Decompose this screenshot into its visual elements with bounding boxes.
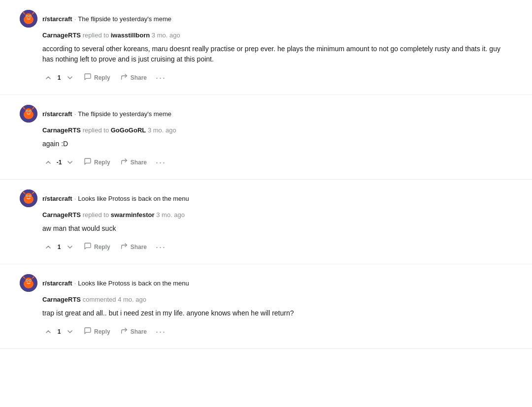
subreddit-info: r/starcraft · Looks like Protoss is back…: [42, 280, 189, 287]
subreddit-info: r/starcraft · The flipside to yesterday'…: [42, 15, 171, 23]
svg-point-41: [23, 277, 25, 278]
downvote-button[interactable]: [64, 72, 76, 84]
reply-label: Reply: [94, 74, 110, 81]
comment-body: again :D: [20, 139, 512, 149]
post-title[interactable]: Looks like Protoss is back on the menu: [78, 195, 189, 202]
replied-text: replied to: [83, 31, 111, 39]
share-button[interactable]: Share: [116, 324, 151, 339]
commented-text: commented: [83, 296, 118, 303]
post-title[interactable]: The flipside to yesterday's meme: [78, 15, 171, 23]
share-button[interactable]: Share: [116, 155, 151, 169]
comment-username: CarnageRTS: [42, 296, 81, 303]
reply-button[interactable]: Reply: [80, 70, 114, 85]
comment-username: CarnageRTS: [42, 211, 81, 219]
post-title[interactable]: Looks like Protoss is back on the menu: [78, 280, 189, 287]
comment-timestamp: 3 mo. ago: [152, 31, 180, 39]
replied-to-username: GoGoGoRL: [111, 126, 146, 134]
svg-point-43: [33, 277, 34, 278]
downvote-button[interactable]: [64, 326, 76, 338]
avatar: [20, 105, 37, 123]
vote-count: 1: [55, 244, 63, 250]
share-label: Share: [131, 74, 147, 81]
subreddit-name[interactable]: r/starcraft: [42, 15, 72, 23]
dots-icon: ···: [156, 73, 166, 83]
more-options-button[interactable]: ···: [153, 325, 169, 338]
comment-meta: CarnageRTS replied to swarminfestor 3 mo…: [20, 211, 512, 219]
share-icon: [120, 327, 128, 336]
upvote-button[interactable]: [42, 157, 54, 168]
comment-icon: [84, 157, 92, 167]
comment-icon: [84, 242, 92, 251]
dot-separator: ·: [74, 15, 76, 23]
reply-button[interactable]: Reply: [80, 324, 114, 339]
reply-label: Reply: [94, 159, 110, 166]
dots-icon: ···: [156, 327, 166, 337]
svg-point-8: [23, 12, 25, 14]
svg-point-32: [33, 192, 34, 193]
svg-point-30: [23, 192, 25, 193]
share-label: Share: [131, 328, 147, 335]
comment-item-4: r/starcraft · Looks like Protoss is back…: [0, 264, 532, 349]
subreddit-name[interactable]: r/starcraft: [42, 195, 72, 202]
comment-username: CarnageRTS: [42, 31, 81, 39]
replied-to-username: iwasstillborn: [111, 31, 150, 39]
avatar: [20, 10, 37, 28]
comment-timestamp: 3 mo. ago: [148, 126, 176, 134]
post-title[interactable]: The flipside to yesterday's meme: [78, 110, 171, 118]
svg-point-19: [23, 107, 25, 109]
downvote-button[interactable]: [64, 157, 76, 168]
svg-point-6: [30, 16, 31, 17]
svg-point-5: [27, 16, 28, 17]
comment-timestamp: 4 mo. ago: [118, 296, 146, 303]
comment-actions: 1 Reply Share ···: [20, 324, 512, 339]
comment-actions: -1 Reply Share ···: [20, 155, 512, 169]
svg-point-27: [27, 195, 28, 196]
share-label: Share: [131, 159, 147, 166]
upvote-button[interactable]: [42, 241, 54, 253]
downvote-button[interactable]: [64, 241, 76, 253]
svg-point-28: [30, 195, 31, 196]
svg-point-21: [33, 107, 34, 109]
subreddit-info: r/starcraft · The flipside to yesterday'…: [42, 110, 171, 118]
reply-button[interactable]: Reply: [80, 240, 114, 254]
comment-meta: CarnageRTS replied to iwasstillborn 3 mo…: [20, 31, 512, 39]
reply-button[interactable]: Reply: [80, 155, 114, 169]
comment-header: r/starcraft · The flipside to yesterday'…: [20, 10, 512, 28]
vote-group: 1: [42, 72, 76, 84]
subreddit-name[interactable]: r/starcraft: [42, 280, 72, 287]
svg-point-16: [27, 111, 28, 112]
share-label: Share: [131, 244, 147, 250]
comment-item-3: r/starcraft · Looks like Protoss is back…: [0, 180, 532, 264]
reply-label: Reply: [94, 328, 110, 335]
avatar: [20, 274, 37, 292]
comment-actions: 1 Reply Share ···: [20, 70, 512, 85]
subreddit-name[interactable]: r/starcraft: [42, 110, 72, 118]
more-options-button[interactable]: ···: [153, 241, 169, 253]
comment-body: aw man that would suck: [20, 223, 512, 234]
upvote-button[interactable]: [42, 326, 54, 338]
share-button[interactable]: Share: [116, 240, 151, 254]
svg-point-10: [33, 12, 34, 14]
replied-to-username: swarminfestor: [111, 211, 155, 219]
dot-separator: ·: [74, 280, 76, 287]
share-button[interactable]: Share: [116, 70, 151, 85]
comment-header: r/starcraft · Looks like Protoss is back…: [20, 189, 512, 207]
more-options-button[interactable]: ···: [153, 71, 169, 84]
comment-body: trap ist great and all.. but i need zest…: [20, 308, 512, 318]
vote-count: -1: [55, 159, 63, 166]
comment-actions: 1 Reply Share ···: [20, 240, 512, 254]
more-options-button[interactable]: ···: [153, 156, 169, 169]
comment-item-1: r/starcraft · The flipside to yesterday'…: [0, 0, 532, 95]
comment-item-2: r/starcraft · The flipside to yesterday'…: [0, 95, 532, 180]
upvote-button[interactable]: [42, 72, 54, 84]
comment-header: r/starcraft · The flipside to yesterday'…: [20, 105, 512, 123]
comment-meta: CarnageRTS replied to GoGoGoRL 3 mo. ago: [20, 126, 512, 134]
svg-point-39: [30, 280, 31, 281]
vote-group: 1: [42, 326, 76, 338]
share-icon: [120, 157, 128, 167]
svg-point-38: [27, 280, 28, 281]
comment-timestamp: 3 mo. ago: [156, 211, 185, 219]
comment-username: CarnageRTS: [42, 126, 81, 134]
dots-icon: ···: [156, 157, 166, 167]
reply-label: Reply: [94, 244, 110, 250]
